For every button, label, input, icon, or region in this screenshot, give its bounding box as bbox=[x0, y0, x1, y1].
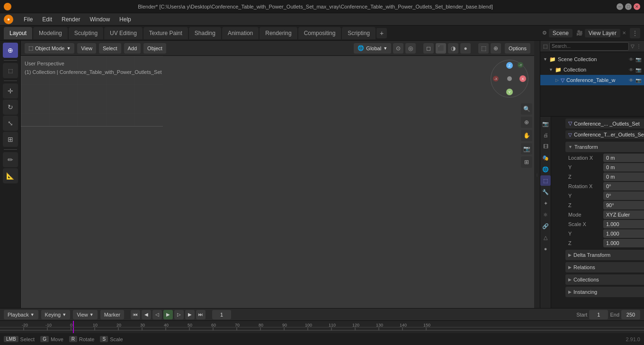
camera-view-button[interactable]: 📷 bbox=[521, 143, 532, 154]
menu-render[interactable]: Render bbox=[60, 15, 82, 24]
nav-x-button[interactable]: X bbox=[519, 75, 526, 82]
rotation-y-field[interactable]: 0° bbox=[603, 191, 644, 200]
nav-circle[interactable]: Z X Y -X -Y bbox=[491, 60, 528, 98]
grid-snap-button[interactable]: ⊞ bbox=[521, 156, 532, 168]
add-workspace-button[interactable]: + bbox=[376, 28, 387, 38]
relations-header[interactable]: ▶ Relations ⋮ bbox=[565, 262, 644, 272]
location-x-field[interactable]: 0 m bbox=[603, 154, 644, 162]
menu-edit[interactable]: Edit bbox=[40, 15, 54, 24]
transform-selector[interactable]: 🌐 Global ▼ bbox=[354, 43, 391, 54]
props-render-button[interactable]: 📷 bbox=[540, 118, 551, 129]
pan-view-button[interactable]: ✋ bbox=[521, 130, 532, 141]
tab-shading[interactable]: Shading bbox=[189, 27, 221, 39]
collections-header[interactable]: ▶ Collections ⋮ bbox=[565, 274, 644, 285]
cursor-tool-button[interactable]: ⊕ bbox=[3, 43, 18, 58]
rotation-z-field[interactable]: 90° bbox=[603, 201, 644, 209]
marker-button[interactable]: Marker bbox=[100, 310, 124, 319]
props-scene-button[interactable]: 🎭 bbox=[540, 153, 551, 163]
nav-neg-y-button[interactable]: -Y bbox=[518, 62, 523, 68]
navigation-gizmo[interactable]: Z X Y -X -Y bbox=[491, 60, 528, 98]
tab-rendering[interactable]: Rendering bbox=[259, 27, 297, 39]
tab-texture-paint[interactable]: Texture Paint bbox=[143, 27, 188, 39]
props-object-button[interactable]: ⬚ bbox=[540, 175, 551, 186]
viewport-object-button[interactable]: Object bbox=[143, 43, 166, 54]
props-data-button[interactable]: △ bbox=[540, 232, 551, 243]
close-button[interactable]: ✕ bbox=[634, 3, 640, 10]
tab-sculpting[interactable]: Sculpting bbox=[69, 27, 103, 39]
viewport-select-button[interactable]: Select bbox=[99, 43, 121, 54]
outliner-collection[interactable]: ▼ 📁 Collection 👁 📷 bbox=[540, 64, 644, 75]
viewport-mode-selector[interactable]: ⬚ Object Mode ▼ bbox=[25, 43, 74, 54]
menu-help[interactable]: Help bbox=[117, 15, 133, 24]
collection-render[interactable]: 📷 bbox=[635, 67, 641, 73]
annotate-button[interactable]: ✏ bbox=[3, 152, 18, 167]
scene-selector[interactable]: Scene bbox=[549, 29, 572, 37]
outliner-options-icon[interactable]: ⋮ bbox=[636, 44, 641, 49]
collection-visibility[interactable]: 👁 bbox=[629, 67, 634, 73]
props-view-layer-button[interactable]: 🎞 bbox=[540, 141, 551, 152]
viewport-add-button[interactable]: Add bbox=[124, 43, 141, 54]
location-y-field[interactable]: 0 m bbox=[603, 163, 644, 172]
scale-tool-button[interactable]: ⤡ bbox=[3, 116, 18, 131]
rotation-mode-selector[interactable]: XYZ Euler ▼ bbox=[603, 210, 644, 219]
scene-collection-render[interactable]: 📷 bbox=[635, 57, 641, 62]
menu-file[interactable]: File bbox=[22, 15, 35, 24]
viewport-shading-wire[interactable]: ◻ bbox=[423, 43, 434, 54]
timeline-track[interactable]: -20 -10 0 10 20 30 40 50 60 bbox=[0, 321, 644, 333]
tab-uv-editing[interactable]: UV Editing bbox=[104, 27, 143, 39]
nav-neg-x-button[interactable]: -X bbox=[493, 76, 499, 82]
playback-button[interactable]: Playback ▼ bbox=[4, 310, 38, 319]
tab-layout[interactable]: Layout bbox=[4, 27, 32, 39]
instancing-header[interactable]: ▶ Instancing ⋮ bbox=[565, 287, 644, 297]
outliner-filter-icon[interactable]: ▽ bbox=[631, 44, 635, 49]
end-frame-field[interactable]: 250 bbox=[621, 310, 640, 319]
outliner-search-input[interactable] bbox=[549, 42, 629, 51]
keying-button[interactable]: Keying ▼ bbox=[41, 310, 71, 319]
menu-window[interactable]: Window bbox=[88, 15, 112, 24]
minimize-button[interactable]: ─ bbox=[617, 3, 623, 10]
zoom-out-button[interactable]: ⊕ bbox=[521, 117, 532, 128]
tab-modeling[interactable]: Modeling bbox=[33, 27, 68, 39]
options-label[interactable]: Options bbox=[505, 43, 530, 54]
next-keyframe-button[interactable]: ▶ bbox=[185, 310, 195, 319]
location-z-field[interactable]: 0 m bbox=[603, 172, 644, 181]
rotation-x-field[interactable]: 0° bbox=[603, 182, 644, 191]
viewport[interactable]: ⬚ Object Mode ▼ View Select Add Object 🌐… bbox=[21, 41, 534, 308]
tab-animation[interactable]: Animation bbox=[222, 27, 259, 39]
props-modifier-button[interactable]: 🔧 bbox=[540, 187, 551, 197]
viewport-overlay-button[interactable]: ⬚ bbox=[478, 43, 489, 54]
delta-transform-header[interactable]: ▶ Delta Transform ⋮ bbox=[565, 250, 644, 260]
maximize-button[interactable]: □ bbox=[625, 3, 632, 10]
select-box-button[interactable]: ⬚ bbox=[3, 63, 18, 78]
next-frame-button[interactable]: ▷ bbox=[174, 310, 184, 319]
outliner-table-object[interactable]: ▷ ▽ Conference_Table_w 👁 📷 bbox=[540, 75, 644, 85]
props-material-button[interactable]: ● bbox=[540, 244, 551, 254]
proportional-edit-button[interactable]: ◎ bbox=[405, 43, 416, 54]
outliner-scene-collection[interactable]: ▼ 📁 Scene Collection 👁 📷 bbox=[540, 54, 644, 64]
start-frame-field[interactable]: 1 bbox=[589, 310, 608, 319]
timeline-view-button[interactable]: View ▼ bbox=[73, 310, 98, 319]
tab-scripting[interactable]: Scripting bbox=[342, 27, 376, 39]
viewport-gizmo-button[interactable]: ⊕ bbox=[491, 43, 501, 54]
object-visibility[interactable]: 👁 bbox=[629, 78, 634, 83]
viewport-canvas[interactable]: User Perspective (1) Collection | Confer… bbox=[21, 56, 534, 308]
workspace-options-button[interactable]: ⋮ bbox=[630, 28, 640, 38]
viewport-shading-render[interactable]: ● bbox=[460, 43, 471, 54]
nav-y-button[interactable]: Y bbox=[506, 89, 513, 95]
prev-frame-button[interactable]: ◁ bbox=[152, 310, 162, 319]
viewport-shading-material[interactable]: ◑ bbox=[448, 43, 458, 54]
scene-collection-visibility[interactable]: 👁 bbox=[629, 57, 634, 62]
play-button[interactable]: ▶ bbox=[163, 310, 173, 319]
prev-keyframe-button[interactable]: ◀ bbox=[142, 310, 151, 319]
nav-center[interactable] bbox=[507, 76, 512, 81]
object-data-dropdown[interactable]: ▽ Conference_T...er_Outlets_Set ▼ ⋮ bbox=[565, 130, 644, 139]
jump-to-start-button[interactable]: ⏮ bbox=[131, 310, 140, 319]
move-tool-button[interactable]: ✛ bbox=[3, 83, 18, 99]
nav-z-button[interactable]: Z bbox=[506, 62, 513, 69]
current-frame-field[interactable]: 1 bbox=[212, 310, 231, 319]
object-name-field[interactable]: ▽ Conference_... _Outlets_Set ⋮ bbox=[565, 118, 644, 128]
rotate-tool-button[interactable]: ↻ bbox=[3, 100, 18, 115]
view-layer-selector[interactable]: View Layer bbox=[585, 29, 620, 37]
props-constraints-button[interactable]: 🔗 bbox=[540, 221, 551, 231]
viewport-view-button[interactable]: View bbox=[77, 43, 96, 54]
